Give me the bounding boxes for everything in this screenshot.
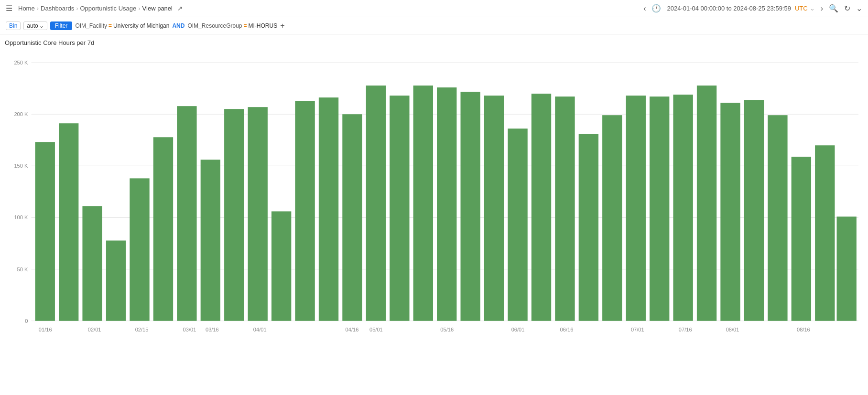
bar-16: [413, 85, 433, 321]
bar-24: [602, 115, 622, 321]
bar-15: [390, 96, 409, 321]
top-nav: ☰ Home › Dashboards › Opportunistic Usag…: [0, 0, 868, 17]
svg-text:250 K: 250 K: [14, 60, 28, 65]
bar-19: [484, 96, 504, 321]
svg-text:50 K: 50 K: [17, 267, 28, 272]
bar-31: [768, 115, 787, 321]
clock-icon: 🕐: [651, 4, 661, 13]
svg-text:0: 0: [25, 318, 28, 324]
bar-14: [366, 85, 386, 321]
bar-23: [579, 134, 598, 321]
bar-8: [224, 109, 244, 321]
zoom-icon[interactable]: 🔍: [829, 4, 838, 13]
bar-13: [342, 114, 362, 321]
svg-text:08/16: 08/16: [797, 327, 810, 332]
bar-6: [177, 106, 196, 321]
bar-1: [59, 123, 78, 321]
bar-4: [130, 178, 149, 320]
more-icon[interactable]: ⌄: [856, 4, 862, 13]
facility-eq: =: [108, 22, 112, 29]
nav-view-panel: View panel: [142, 5, 173, 12]
sep3: ›: [138, 5, 140, 12]
share-icon[interactable]: ↗: [177, 5, 183, 12]
auto-label: auto: [27, 22, 38, 29]
bar-18: [460, 92, 480, 321]
bar-10: [271, 211, 291, 320]
bar-33: [815, 145, 835, 321]
breadcrumb: ☰ Home › Dashboards › Opportunistic Usag…: [6, 4, 183, 13]
bar-20: [508, 128, 527, 321]
bar-25: [626, 96, 646, 321]
svg-text:06/16: 06/16: [560, 327, 574, 332]
filter-tag-facility: OIM_Facility = University of Michigan: [75, 22, 169, 29]
bar-9: [248, 107, 268, 321]
bar-3: [106, 241, 126, 321]
facility-key: OIM_Facility: [75, 22, 107, 29]
facility-val: University of Michigan: [113, 22, 169, 29]
svg-text:03/16: 03/16: [206, 327, 219, 332]
auto-select[interactable]: auto ⌄: [23, 21, 47, 30]
nav-opportunistic[interactable]: Opportunistic Usage: [80, 5, 136, 12]
hamburger-icon[interactable]: ☰: [6, 4, 12, 13]
time-range-display[interactable]: 2024-01-04 00:00:00 to 2024-08-25 23:59:…: [667, 5, 814, 12]
nav-dashboards[interactable]: Dashboards: [41, 5, 74, 12]
resource-eq: =: [244, 22, 247, 29]
chart-container: Opportunistic Core Hours per 7d 250 K 20…: [0, 34, 868, 395]
svg-text:08/01: 08/01: [726, 327, 739, 332]
bar-12: [319, 97, 338, 321]
add-filter-button[interactable]: +: [280, 21, 284, 30]
bar-2: [82, 206, 102, 320]
filter-tag-resource: OIM_ResourceGroup = MI-HORUS: [187, 22, 277, 29]
nav-right: ‹ 🕐 2024-01-04 00:00:00 to 2024-08-25 23…: [643, 4, 862, 13]
bar-0: [35, 142, 55, 321]
chart-title: Opportunistic Core Hours per 7d: [5, 39, 863, 46]
bar-7: [201, 160, 220, 320]
and-label: AND: [172, 22, 184, 29]
bar-28: [697, 85, 716, 321]
svg-text:02/01: 02/01: [88, 327, 101, 332]
chart-area: 250 K 200 K 150 K 100 K 50 K 0: [5, 48, 863, 393]
svg-text:06/01: 06/01: [511, 327, 525, 332]
refresh-icon[interactable]: ↻: [844, 4, 850, 13]
sep2: ›: [76, 5, 78, 12]
nav-home[interactable]: Home: [18, 5, 35, 12]
bar-32: [792, 157, 811, 320]
bar-21: [532, 94, 551, 321]
resource-val: MI-HORUS: [249, 22, 278, 29]
timezone-label: UTC: [795, 5, 808, 12]
sep1: ›: [37, 5, 39, 12]
filter-bar: Bin auto ⌄ Filter OIM_Facility = Univers…: [0, 17, 868, 34]
svg-text:05/01: 05/01: [369, 327, 383, 332]
prev-time-icon[interactable]: ‹: [643, 4, 646, 13]
bar-30: [744, 100, 764, 321]
svg-text:04/01: 04/01: [253, 327, 267, 332]
bar-26: [650, 96, 669, 321]
bar-22: [555, 96, 575, 321]
svg-text:02/15: 02/15: [135, 327, 149, 332]
bin-button[interactable]: Bin: [6, 21, 21, 30]
svg-text:03/01: 03/01: [183, 327, 196, 332]
svg-text:150 K: 150 K: [14, 163, 28, 169]
bar-29: [720, 103, 740, 321]
svg-text:01/16: 01/16: [39, 327, 52, 332]
bar-17: [437, 87, 456, 321]
resource-key: OIM_ResourceGroup: [187, 22, 242, 29]
bar-27: [673, 95, 693, 321]
svg-text:04/16: 04/16: [346, 327, 359, 332]
svg-text:200 K: 200 K: [14, 111, 28, 117]
chart-svg: 250 K 200 K 150 K 100 K 50 K 0: [5, 48, 863, 393]
bar-5: [153, 137, 173, 321]
next-time-icon[interactable]: ›: [821, 4, 823, 13]
svg-text:100 K: 100 K: [14, 215, 28, 221]
tz-chevron[interactable]: ⌄: [810, 5, 815, 12]
svg-text:05/16: 05/16: [440, 327, 454, 332]
bar-34: [837, 216, 857, 320]
svg-text:07/16: 07/16: [679, 327, 692, 332]
filter-button[interactable]: Filter: [50, 21, 73, 30]
bar-11: [295, 101, 315, 321]
auto-chevron: ⌄: [39, 22, 44, 29]
svg-text:07/01: 07/01: [631, 327, 644, 332]
time-range-text: 2024-01-04 00:00:00 to 2024-08-25 23:59:…: [667, 5, 791, 12]
